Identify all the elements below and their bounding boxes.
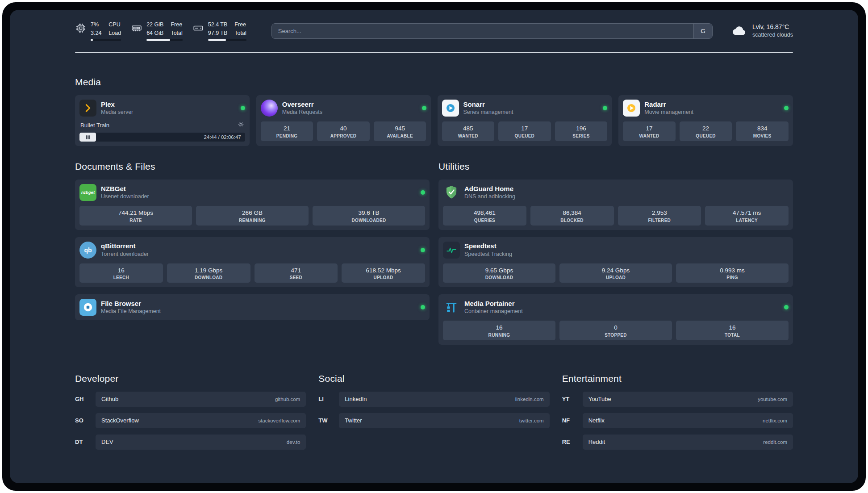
stat-block: 2,953 FILTERED <box>618 206 701 226</box>
stat-value: 22 <box>681 125 730 133</box>
stat-label: RATE <box>81 218 190 223</box>
bookmark-domain: netflix.com <box>763 418 787 423</box>
bookmark-stackoverflow[interactable]: SO StackOverflow stackoverflow.com <box>75 413 306 428</box>
screenshot-stage: 7% 3.24 CPU Load <box>0 0 868 493</box>
service-card-plex[interactable]: Plex Media server Bullet Train <box>75 95 250 146</box>
bookmark-youtube[interactable]: YT YouTube youtube.com <box>562 392 793 407</box>
stat-value: 17 <box>500 125 549 133</box>
bookmark-group-social: Social LI LinkedIn linkedin.com TW Twitt… <box>318 373 549 428</box>
stat-value: 1.19 Gbps <box>169 267 249 275</box>
stat-label: QUEUED <box>500 134 549 138</box>
memory-total-label: Total <box>171 29 182 37</box>
memory-free-label: Free <box>171 21 182 29</box>
cpu-icon <box>75 22 87 36</box>
gear-icon[interactable] <box>238 121 244 130</box>
stat-block: 744.21 Mbps RATE <box>79 206 192 226</box>
stat-block: 39.6 TB DOWNLOADED <box>313 206 425 226</box>
bookmark-abbr: SO <box>75 417 96 424</box>
bookmark-reddit[interactable]: RE Reddit reddit.com <box>562 435 793 450</box>
bookmark-abbr: GH <box>75 396 96 402</box>
topbar: 7% 3.24 CPU Load <box>75 20 793 42</box>
stat-block: 471 SEED <box>255 263 338 283</box>
service-card-filebrowser[interactable]: File Browser Media File Management <box>75 294 430 320</box>
bookmark-github[interactable]: GH Github github.com <box>75 392 306 407</box>
qbittorrent-icon: qb <box>79 242 96 259</box>
stat-label: SEED <box>256 275 336 280</box>
bookmark-domain: linkedin.com <box>515 397 544 402</box>
service-card-qbittorrent[interactable]: qb qBittorrent Torrent downloader 16 LEE… <box>75 237 430 288</box>
bookmark-abbr: NF <box>562 417 583 424</box>
service-card-overseerr[interactable]: Overseerr Media Requests 21 PENDING 40 A… <box>256 95 431 146</box>
bookmark-name: YouTube <box>588 396 611 402</box>
overseerr-icon <box>261 100 278 117</box>
disk-progress-bar <box>208 39 246 41</box>
status-indicator <box>603 106 607 110</box>
memory-free-value: 22 GiB <box>146 21 163 29</box>
stat-value: 40 <box>319 125 368 133</box>
bookmark-bar: StackOverflow stackoverflow.com <box>96 413 306 428</box>
bookmark-bar: Netflix netflix.com <box>583 413 793 428</box>
stat-block: 0 STOPPED <box>559 321 672 340</box>
bookmark-bar: LinkedIn linkedin.com <box>339 392 549 407</box>
bookmark-abbr: RE <box>562 439 583 445</box>
bookmark-abbr: TW <box>318 417 339 424</box>
status-indicator <box>421 248 425 252</box>
weather-condition: scattered clouds <box>752 31 793 39</box>
service-card-adguard[interactable]: AdGuard Home DNS and adblocking 498,461 … <box>438 180 793 230</box>
stat-label: LEECH <box>81 275 161 280</box>
cpu-load-value: 3.24 <box>91 29 101 37</box>
now-playing-title: Bullet Train <box>80 122 109 129</box>
stat-label: BLOCKED <box>532 218 612 223</box>
stat-label: QUERIES <box>445 218 525 223</box>
memory-widget: 22 GiB 64 GiB Free Total <box>131 21 183 41</box>
dashboard-app: 7% 3.24 CPU Load <box>10 10 858 483</box>
status-indicator <box>421 190 425 195</box>
service-subtitle: Usenet downloader <box>101 193 149 200</box>
status-indicator <box>784 305 789 309</box>
service-subtitle: Container management <box>464 308 523 315</box>
service-subtitle: Speedtest Tracking <box>464 251 512 258</box>
stat-value: 834 <box>738 125 787 133</box>
service-name: Sonarr <box>463 100 513 109</box>
portainer-icon <box>443 299 460 316</box>
sonarr-icon <box>442 100 459 117</box>
service-card-sonarr[interactable]: Sonarr Series management 485 WANTED 17 Q… <box>438 95 612 146</box>
memory-progress-bar <box>146 39 183 41</box>
adguard-icon <box>443 184 460 201</box>
stat-label: UPLOAD <box>561 275 670 280</box>
stat-label: RUNNING <box>445 333 554 338</box>
stat-block: 196 SERIES <box>555 121 608 141</box>
stat-label: MOVIES <box>738 134 787 138</box>
service-subtitle: Media server <box>101 109 133 116</box>
cpu-progress-bar <box>91 39 121 41</box>
stat-label: STOPPED <box>561 333 670 338</box>
service-name: qBittorrent <box>101 242 149 251</box>
service-card-radarr[interactable]: Radarr Movie management 17 WANTED 22 QUE… <box>618 95 793 146</box>
stat-block: 16 RUNNING <box>443 321 555 340</box>
stat-label: FILTERED <box>620 218 700 223</box>
playback-progress-bar[interactable]: 24:44 / 02:06:47 <box>79 133 245 142</box>
memory-progress-fill <box>146 39 170 41</box>
stat-value: 47.571 ms <box>707 209 787 217</box>
service-card-nzbget[interactable]: nzbget NZBGet Usenet downloader 744.21 M… <box>75 180 430 230</box>
bookmark-dev[interactable]: DT DEV dev.to <box>75 435 306 450</box>
search-provider-button[interactable]: G <box>693 24 712 38</box>
disk-icon <box>192 22 204 36</box>
service-card-speedtest[interactable]: Speedtest Speedtest Tracking 9.65 Gbps D… <box>438 237 793 288</box>
qbittorrent-icon-text: qb <box>84 246 92 254</box>
bookmark-twitter[interactable]: TW Twitter twitter.com <box>318 413 549 428</box>
stat-label: TOTAL <box>678 333 787 338</box>
status-indicator <box>422 106 426 110</box>
service-card-portainer[interactable]: Media Portainer Container management 16 … <box>438 294 793 345</box>
bookmark-bar: Reddit reddit.com <box>583 435 793 450</box>
weather-location: Lviv, 16.87°C <box>752 23 793 31</box>
search-input[interactable] <box>272 24 693 38</box>
bookmark-name: Twitter <box>345 417 362 424</box>
stat-label: WANTED <box>625 134 674 138</box>
stat-label: PING <box>678 275 787 280</box>
bookmark-linkedin[interactable]: LI LinkedIn linkedin.com <box>318 392 549 407</box>
stat-value: 21 <box>263 125 312 133</box>
bookmark-netflix[interactable]: NF Netflix netflix.com <box>562 413 793 428</box>
stat-block: 485 WANTED <box>442 121 495 141</box>
bookmark-domain: youtube.com <box>758 397 787 402</box>
